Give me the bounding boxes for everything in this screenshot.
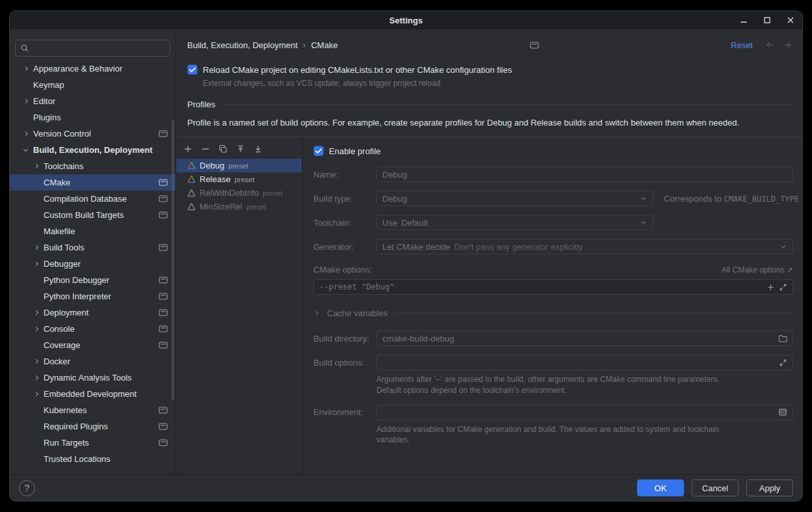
sidebar-item-label: CMake bbox=[44, 178, 70, 187]
settings-search[interactable] bbox=[15, 40, 170, 57]
sidebar-item-build-execution-deployment[interactable]: Build, Execution, Deployment bbox=[10, 142, 176, 158]
remove-profile-button[interactable] bbox=[200, 144, 211, 154]
enable-profile-checkbox[interactable] bbox=[313, 146, 324, 156]
cmake-options-label: CMake options: bbox=[313, 265, 372, 275]
sidebar-item-embedded-development[interactable]: Embedded Development bbox=[10, 386, 176, 402]
project-setting-icon bbox=[159, 325, 168, 333]
sidebar-item-label: Dynamic Analysis Tools bbox=[44, 373, 132, 383]
expand-icon[interactable] bbox=[779, 283, 787, 291]
back-button[interactable] bbox=[765, 40, 775, 49]
sidebar-item-plugins[interactable]: Plugins bbox=[10, 109, 176, 126]
environment-field[interactable] bbox=[376, 405, 793, 420]
breadcrumb-current[interactable]: CMake bbox=[311, 40, 337, 50]
sidebar-item-label: Kubernetes bbox=[44, 405, 87, 415]
sidebar-item-dynamic-analysis-tools[interactable]: Dynamic Analysis Tools bbox=[10, 370, 176, 386]
chevron-right-icon[interactable] bbox=[33, 165, 44, 168]
profile-tag: preset bbox=[228, 162, 248, 170]
search-input[interactable] bbox=[33, 44, 165, 53]
variables-list-icon[interactable] bbox=[778, 408, 787, 416]
sidebar-item-label: Docker bbox=[44, 357, 70, 366]
sidebar-item-deployment[interactable]: Deployment bbox=[10, 304, 176, 321]
chevron-right-icon[interactable] bbox=[33, 246, 44, 249]
add-option-icon[interactable] bbox=[766, 283, 775, 291]
close-button[interactable] bbox=[785, 15, 796, 25]
sidebar-item-debugger[interactable]: Debugger bbox=[10, 256, 176, 272]
project-setting-icon bbox=[159, 292, 168, 301]
sidebar-item-keymap[interactable]: Keymap bbox=[10, 77, 176, 93]
move-down-button[interactable] bbox=[253, 144, 263, 154]
profiles-description: Profile is a named set of build options.… bbox=[187, 118, 793, 128]
profile-item-debug[interactable]: Debug preset bbox=[176, 159, 302, 172]
sidebar-item-label: Makefile bbox=[44, 226, 75, 236]
breadcrumb-parent[interactable]: Build, Execution, Deployment bbox=[187, 40, 298, 50]
toolchain-select[interactable]: Use Default bbox=[376, 215, 653, 230]
project-setting-icon bbox=[159, 243, 168, 252]
maximize-button[interactable] bbox=[762, 15, 772, 25]
sidebar-item-trusted-locations[interactable]: Trusted Locations bbox=[10, 451, 176, 467]
reload-cmake-checkbox[interactable] bbox=[187, 64, 198, 75]
chevron-right-icon[interactable] bbox=[33, 327, 44, 330]
chevron-right-icon[interactable] bbox=[23, 100, 33, 103]
name-field[interactable]: Debug bbox=[376, 167, 793, 182]
cmake-options-field[interactable]: --preset "Debug" bbox=[313, 279, 793, 295]
apply-button[interactable]: Apply bbox=[746, 479, 793, 496]
generator-select[interactable]: Let CMake decide Don't pass any generato… bbox=[376, 239, 793, 254]
sidebar-item-compilation-database[interactable]: Compilation Database bbox=[10, 191, 176, 207]
sidebar-item-required-plugins[interactable]: Required Plugins bbox=[10, 418, 176, 435]
chevron-right-icon[interactable] bbox=[33, 262, 44, 265]
sidebar-item-version-control[interactable]: Version Control bbox=[10, 126, 176, 142]
copy-profile-button[interactable] bbox=[218, 144, 228, 154]
help-button[interactable]: ? bbox=[19, 480, 35, 496]
sidebar-item-label: Console bbox=[44, 324, 75, 334]
chevron-right-icon[interactable] bbox=[33, 392, 44, 396]
sidebar-item-console[interactable]: Console bbox=[10, 321, 176, 337]
cache-variables-toggle[interactable]: Cache variables bbox=[313, 308, 793, 318]
build-options-field[interactable] bbox=[376, 355, 793, 370]
all-cmake-options-link[interactable]: All CMake options ↗ bbox=[722, 265, 793, 275]
search-icon bbox=[20, 44, 29, 53]
sidebar-item-editor[interactable]: Editor bbox=[10, 93, 176, 109]
sidebar-item-makefile[interactable]: Makefile bbox=[10, 223, 176, 239]
enable-profile-label[interactable]: Enable profile bbox=[329, 146, 381, 156]
sidebar-item-custom-build-targets[interactable]: Custom Build Targets bbox=[10, 207, 176, 223]
sidebar-item-coverage[interactable]: Coverage bbox=[10, 337, 176, 353]
sidebar-item-label: Appearance & Behavior bbox=[33, 64, 122, 74]
chevron-down-icon[interactable] bbox=[23, 149, 33, 151]
chevron-right-icon bbox=[313, 312, 321, 315]
forward-button[interactable] bbox=[783, 40, 793, 49]
chevron-right-icon[interactable] bbox=[23, 132, 33, 135]
sidebar-scrollbar[interactable] bbox=[172, 120, 174, 400]
chevron-right-icon[interactable] bbox=[33, 376, 44, 379]
reload-cmake-label[interactable]: Reload CMake project on editing CMakeLis… bbox=[203, 65, 512, 75]
sidebar-item-toolchains[interactable]: Toolchains bbox=[10, 158, 176, 174]
sidebar-item-build-tools[interactable]: Build Tools bbox=[10, 239, 176, 256]
profile-form: Enable profile Name: Debug Build type: D… bbox=[303, 137, 802, 474]
sidebar-item-label: Keymap bbox=[33, 80, 64, 90]
build-type-select[interactable]: Debug bbox=[376, 191, 653, 206]
profile-item-minsizerel[interactable]: MinSizeRel preset bbox=[176, 200, 302, 213]
ok-button[interactable]: OK bbox=[637, 479, 684, 496]
chevron-down-icon bbox=[640, 219, 648, 226]
chevron-right-icon[interactable] bbox=[33, 360, 44, 363]
chevron-right-icon[interactable] bbox=[33, 311, 44, 314]
sidebar-item-appearance-behavior[interactable]: Appearance & Behavior bbox=[10, 61, 176, 77]
reset-link[interactable]: Reset bbox=[731, 40, 753, 50]
profile-item-relwithdebinfo[interactable]: RelWithDebInfo preset bbox=[176, 186, 302, 200]
cancel-button[interactable]: Cancel bbox=[692, 479, 739, 496]
sidebar-item-cmake[interactable]: CMake bbox=[10, 174, 176, 191]
move-up-button[interactable] bbox=[235, 144, 246, 154]
sidebar-item-kubernetes[interactable]: Kubernetes bbox=[10, 402, 176, 418]
chevron-down-icon bbox=[779, 243, 787, 250]
add-profile-button[interactable] bbox=[183, 144, 193, 154]
build-directory-field[interactable]: cmake-build-debug bbox=[376, 330, 793, 346]
sidebar-item-docker[interactable]: Docker bbox=[10, 353, 176, 370]
sidebar-item-python-debugger[interactable]: Python Debugger bbox=[10, 272, 176, 288]
sidebar-item-python-interpreter[interactable]: Python Interpreter bbox=[10, 288, 176, 304]
expand-icon[interactable] bbox=[779, 358, 787, 367]
sidebar-item-run-targets[interactable]: Run Targets bbox=[10, 435, 176, 451]
project-setting-icon bbox=[159, 438, 168, 447]
chevron-right-icon[interactable] bbox=[23, 67, 33, 70]
folder-icon[interactable] bbox=[778, 334, 787, 343]
minimize-button[interactable] bbox=[739, 15, 749, 25]
profile-item-release[interactable]: Release preset bbox=[176, 172, 302, 186]
